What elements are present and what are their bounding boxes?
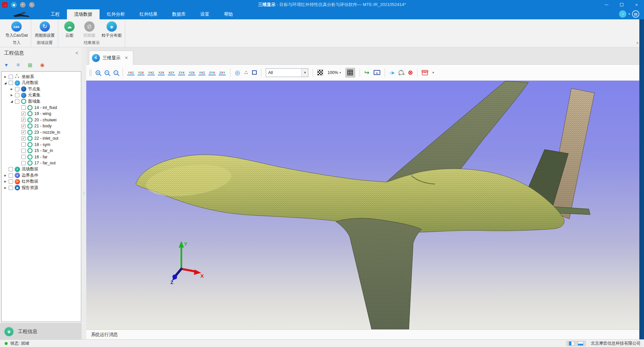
panel-collapse-icon[interactable]: < (76, 50, 78, 56)
cas-button[interactable]: cas导入Cas/Dat (5, 21, 28, 39)
tree-expand-arrow-icon[interactable]: ▶ (4, 174, 7, 177)
tree-item[interactable]: ✓22 - inlet_out (2, 135, 81, 142)
tree-item[interactable]: ◢△几何数据 (2, 80, 81, 86)
tree-item-checkbox[interactable]: ✓ (21, 118, 26, 122)
view-orientation-icon-4[interactable]: YZX (158, 70, 165, 75)
tree-item-checkbox[interactable] (9, 167, 13, 171)
tab-close-icon[interactable]: ✕ (125, 55, 128, 60)
list-view-icon[interactable]: ≡ (17, 62, 20, 68)
ribbon-collapse-icon[interactable]: ∧ (636, 41, 639, 45)
view-orientation-icon-9[interactable]: ZYX (208, 70, 216, 75)
zoom-level-dropdown[interactable]: 100%▾ (327, 70, 341, 75)
help-book-icon[interactable]: ▤ (632, 10, 639, 18)
tree-item-checkbox[interactable] (21, 155, 26, 159)
tree-item[interactable]: ▶▣报告资源 (2, 185, 81, 191)
menu-item-7[interactable]: 帮助 (217, 9, 240, 19)
archive-caret-icon[interactable]: ▾ (432, 71, 434, 74)
tree-item[interactable]: 15 - far_in (2, 148, 81, 154)
view-orientation-icon-2[interactable]: YZX (138, 70, 145, 75)
particles-button[interactable]: ◈粒子分布图 (102, 21, 122, 39)
menu-item-4[interactable]: 红外结果 (132, 9, 165, 19)
snapshot-icon[interactable]: ▲ (374, 70, 380, 75)
grid-view-icon[interactable]: ⊞ (28, 62, 32, 68)
save-icon[interactable]: ▣ (11, 2, 17, 8)
tree-item[interactable]: 18 - sym (2, 142, 81, 148)
tree-item-checkbox[interactable] (21, 161, 26, 165)
menu-item-2[interactable]: 流场数据 (67, 9, 100, 19)
view-orientation-icon-3[interactable]: YXZ (148, 70, 155, 75)
view-orientation-icon-8[interactable]: YXZ (198, 70, 206, 75)
zoom-in-icon[interactable]: + (96, 70, 100, 75)
close-button[interactable]: × (629, 0, 644, 9)
tree-item[interactable]: ▶∴节点集 (2, 86, 81, 92)
tree-item[interactable]: 16 - far (2, 154, 81, 160)
mesh-toggle-button[interactable] (345, 68, 355, 78)
window-switch-icon[interactable]: ▫ (619, 10, 626, 18)
tree-expand-arrow-icon[interactable]: ▶ (4, 186, 7, 189)
tree-item-checkbox[interactable]: ✓ (21, 130, 26, 134)
tree-item-checkbox[interactable] (21, 149, 26, 153)
tree-item-checkbox[interactable]: ✓ (21, 112, 26, 116)
tree-item[interactable]: 17 - far_out (2, 160, 81, 166)
panel-footer-button[interactable]: ◈ 工程信息 (0, 323, 82, 339)
panel-splitter[interactable]: ⁞ (82, 47, 86, 339)
toolbar-drag-handle[interactable] (90, 69, 91, 76)
chevron-down-icon[interactable]: ▾ (628, 12, 630, 16)
maximize-button[interactable] (614, 0, 629, 9)
tree-item-checkbox[interactable] (9, 179, 13, 184)
tree-item-checkbox[interactable] (9, 75, 13, 79)
zoom-out-icon[interactable]: − (105, 70, 109, 75)
undo-icon[interactable]: ↶ (20, 2, 26, 8)
tree-item[interactable]: ▶⋔边界条件 (2, 172, 81, 179)
tree-expand-arrow-icon[interactable]: ◢ (10, 100, 13, 103)
cloud-button[interactable]: ☁云图 (62, 21, 77, 39)
tree-expand-arrow-icon[interactable]: ▶ (10, 88, 13, 91)
tree-item-checkbox[interactable] (21, 105, 26, 110)
tree-item[interactable]: ✓23 - nozzle_in (2, 129, 81, 136)
tab-3d-view[interactable]: 三维显示 ✕ (89, 51, 133, 65)
target-icon[interactable]: ◉ (40, 62, 45, 68)
tree-expand-arrow-icon[interactable]: ◢ (4, 81, 7, 85)
tree-item-checkbox[interactable] (15, 93, 19, 97)
view-orientation-icon-5[interactable]: XZY (168, 70, 175, 75)
combobox-arrow-icon[interactable]: ▼ (301, 69, 308, 77)
layout-left-icon[interactable] (569, 341, 574, 346)
archive-box-icon[interactable] (422, 71, 428, 75)
box-select-icon[interactable] (252, 70, 257, 75)
tree-item[interactable]: ▶☀红外数据 (2, 179, 81, 185)
mirror-icon[interactable]: ◁▶ (389, 70, 394, 75)
nodes-display-icon[interactable]: ∴ (244, 70, 248, 76)
tree-item[interactable]: ✓20 - chuiwei (2, 117, 81, 123)
menu-item-1[interactable]: 工程 (43, 9, 67, 19)
tree-item[interactable]: ▶◌元素集 (2, 92, 81, 99)
filter-icon[interactable]: ▼ (4, 62, 9, 68)
viewport-3d[interactable]: Y X Z (86, 81, 644, 329)
menu-item-6[interactable]: 设置 (193, 9, 217, 19)
tree-item-checkbox[interactable] (9, 186, 13, 190)
redo-icon[interactable]: ↻ (29, 2, 35, 8)
export-arrow-icon[interactable]: ↪ (364, 70, 369, 76)
transparency-icon[interactable] (317, 70, 323, 75)
view-orientation-icon-6[interactable]: ZYX (178, 70, 185, 75)
orbit-nodes-icon[interactable] (399, 70, 404, 75)
tree-expand-arrow-icon[interactable]: ▶ (10, 94, 13, 97)
menu-item-3[interactable]: 红外分析 (100, 9, 132, 19)
view-orientation-icon-1[interactable]: YXZ (127, 70, 135, 75)
tree-expand-arrow-icon[interactable]: ▶ (4, 75, 7, 78)
tree-item-checkbox[interactable] (9, 81, 13, 85)
tree-expand-arrow-icon[interactable]: ▶ (4, 180, 7, 183)
tree-item[interactable]: ✓21 - body (2, 123, 81, 129)
tree-item[interactable]: 14 - int_fluid (2, 105, 81, 111)
tree-item-checkbox[interactable]: ✓ (21, 124, 26, 128)
tree-item[interactable]: ▶Yzx坐标系 (2, 74, 81, 80)
menu-item-5[interactable]: 数据库 (165, 9, 193, 19)
tree-item-checkbox[interactable] (15, 99, 19, 104)
tree-item[interactable]: ◢面域集 (2, 98, 81, 105)
tree-item-checkbox[interactable] (15, 87, 19, 91)
tree-item[interactable]: <流场数据 (2, 166, 81, 173)
view-orientation-icon-10[interactable]: ZXY (219, 70, 226, 75)
zoom-fit-icon[interactable]: ▫ (114, 70, 118, 75)
layout-bottom-icon[interactable] (578, 341, 583, 346)
import-quick-icon[interactable]: → (2, 2, 8, 8)
tree-item-checkbox[interactable] (9, 173, 13, 178)
